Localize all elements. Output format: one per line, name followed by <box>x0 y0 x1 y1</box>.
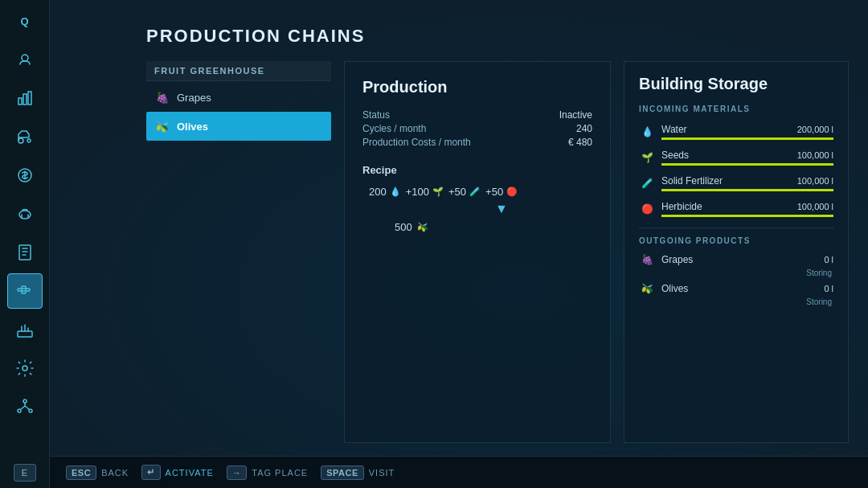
bottom-bar: ESC BACK ↵ ACTIVATE → TAG PLACE SPACE VI… <box>50 456 868 488</box>
outgoing-item-grapes: 🍇 Grapes 0 l Storing <box>639 252 833 277</box>
chain-label-grapes: Grapes <box>177 92 211 104</box>
storage-amount-seeds: 100,000 l <box>797 150 833 160</box>
svg-point-7 <box>19 211 31 219</box>
storage-item-water: 💧 Water 200,000 l <box>639 120 833 144</box>
page-title: PRODUCTION CHAINS <box>146 26 849 47</box>
svg-rect-1 <box>18 98 22 105</box>
storage-name-fertilizer: Solid Fertilizer 100,000 l <box>661 175 833 187</box>
main-area: PRODUCTION CHAINS FRUIT GREENHOUSE 🍇 Gra… <box>50 0 868 456</box>
recipe-ingredient-water: 200 💧 <box>369 184 403 199</box>
chain-item-olives[interactable]: 🫒 Olives <box>146 112 331 141</box>
storage-icon-water: 💧 <box>639 124 655 140</box>
production-panel: Production Status Inactive Cycles / mont… <box>344 61 611 443</box>
storage-info-seeds: Seeds 100,000 l <box>661 150 833 166</box>
storage-bar-fertilizer-container <box>661 189 833 191</box>
sidebar-icon-notebook[interactable] <box>7 235 43 270</box>
outgoing-icon-olives: 🫒 <box>639 281 655 297</box>
water-icon: 💧 <box>388 184 403 199</box>
sidebar: Q E <box>0 0 50 488</box>
recipe-plus-herb: +50 <box>485 186 503 198</box>
storage-bar-seeds <box>661 163 833 166</box>
label-visit: VISIT <box>369 468 395 478</box>
storage-bar-herbicide <box>661 215 833 217</box>
storage-amount-fertilizer: 100,000 l <box>797 176 833 186</box>
hotkey-tagplace: → TAG PLACE <box>227 465 308 480</box>
storage-name-herbicide: Herbicide 100,000 l <box>661 201 833 212</box>
sidebar-icon-money[interactable] <box>7 158 43 193</box>
storage-name-water: Water 200,000 l <box>661 124 833 135</box>
sidebar-icon-weather[interactable] <box>7 42 43 77</box>
seed-icon: 🌱 <box>431 184 445 199</box>
storage-info-fertilizer: Solid Fertilizer 100,000 l <box>661 175 833 191</box>
outgoing-icon-grapes: 🍇 <box>639 252 655 268</box>
sidebar-icon-stats[interactable] <box>7 80 43 116</box>
svg-point-14 <box>23 366 27 371</box>
sidebar-icon-q[interactable]: Q <box>7 3 43 39</box>
recipe-output-amount: 500 <box>395 221 412 233</box>
recipe-formula: 200 💧 +100 🌱 +50 🧪 +50 🔴 <box>362 184 592 199</box>
label-activate: ACTIVATE <box>166 468 214 478</box>
outgoing-name-olives: Olives <box>661 283 817 294</box>
recipe-arrow: ▼ <box>411 202 592 216</box>
sidebar-icon-gear[interactable] <box>7 351 43 386</box>
stat-label-costs: Production Costs / month <box>362 137 471 148</box>
storage-name-seeds: Seeds 100,000 l <box>661 150 833 161</box>
stat-label-status: Status <box>362 109 390 121</box>
outgoing-amount-olives: 0 l <box>824 284 833 293</box>
storage-icon-fertilizer: 🧪 <box>639 175 655 191</box>
svg-point-5 <box>27 139 31 142</box>
sidebar-icon-network[interactable] <box>7 389 43 424</box>
storage-bar-fertilizer <box>661 189 833 191</box>
recipe-output: 500 🫒 <box>362 219 592 234</box>
key-enter[interactable]: ↵ <box>141 465 161 480</box>
storage-panel: Building Storage INCOMING MATERIALS 💧 Wa… <box>624 61 849 443</box>
sidebar-icon-tractor[interactable] <box>7 119 43 154</box>
svg-point-16 <box>18 409 21 412</box>
storage-icon-seeds: 🌱 <box>639 150 655 166</box>
outgoing-row-olives: 🫒 Olives 0 l <box>639 281 833 297</box>
storage-icon-herbicide: 🔴 <box>639 201 655 217</box>
key-space[interactable]: SPACE <box>321 465 364 480</box>
hotkey-visit: SPACE VISIT <box>321 465 395 480</box>
storage-bar-seeds-container <box>661 163 833 166</box>
sidebar-icon-field[interactable] <box>7 312 43 347</box>
outgoing-status-olives: Storing <box>639 297 833 306</box>
storage-item-herbicide: 🔴 Herbicide 100,000 l <box>639 197 833 221</box>
svg-rect-13 <box>18 331 32 337</box>
svg-rect-10 <box>22 286 26 289</box>
production-stats: Status Inactive Cycles / month 240 Produ… <box>362 109 592 148</box>
stat-value-cycles: 240 <box>576 123 592 134</box>
outgoing-section-title: OUTGOING PRODUCTS <box>639 236 833 245</box>
content-row: FRUIT GREENHOUSE 🍇 Grapes 🫒 Olives Produ… <box>146 61 849 443</box>
storage-amount-herbicide: 100,000 l <box>797 202 833 211</box>
svg-rect-11 <box>26 289 30 291</box>
outgoing-name-grapes: Grapes <box>661 254 817 265</box>
recipe-ingredient-herb: +50 🔴 <box>485 184 519 199</box>
sidebar-icon-livestock[interactable] <box>7 196 43 232</box>
hotkey-esc: ESC BACK <box>66 465 129 480</box>
svg-rect-2 <box>23 94 27 105</box>
storage-item-seeds: 🌱 Seeds 100,000 l <box>639 146 833 170</box>
key-arrow[interactable]: → <box>227 465 248 480</box>
chain-item-grapes[interactable]: 🍇 Grapes <box>146 83 331 112</box>
chain-label-olives: Olives <box>177 121 208 133</box>
svg-point-0 <box>22 55 28 61</box>
stat-label-cycles: Cycles / month <box>362 123 426 134</box>
stat-value-status: Inactive <box>559 109 592 121</box>
storage-bar-herbicide-container <box>661 215 833 217</box>
outgoing-row-grapes: 🍇 Grapes 0 l <box>639 252 833 268</box>
key-esc[interactable]: ESC <box>66 465 96 480</box>
recipe-plus-fertilizer: +50 <box>448 186 466 198</box>
outgoing-amount-grapes: 0 l <box>824 255 833 265</box>
stat-row-cycles: Cycles / month 240 <box>362 123 592 134</box>
label-back: BACK <box>101 468 129 478</box>
incoming-section-title: INCOMING MATERIALS <box>639 105 833 113</box>
herbicide-icon: 🔴 <box>505 184 519 199</box>
storage-item-fertilizer: 🧪 Solid Fertilizer 100,000 l <box>639 171 833 195</box>
e-button[interactable]: E <box>14 464 36 482</box>
sidebar-icon-chains[interactable] <box>7 273 43 309</box>
olive-output-icon: 🫒 <box>416 219 430 234</box>
production-title: Production <box>362 78 592 96</box>
stat-row-costs: Production Costs / month € 480 <box>362 137 592 148</box>
storage-bar-water <box>661 137 833 140</box>
